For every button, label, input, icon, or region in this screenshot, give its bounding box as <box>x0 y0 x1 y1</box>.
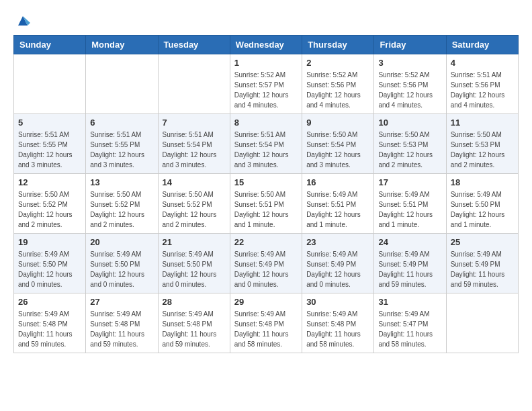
column-header-tuesday: Tuesday <box>158 36 230 54</box>
day-info: Sunrise: 5:49 AMSunset: 5:50 PMDaylight:… <box>90 249 153 289</box>
day-number: 11 <box>451 118 514 128</box>
calendar-header-row: SundayMondayTuesdayWednesdayThursdayFrid… <box>14 36 519 54</box>
column-header-sunday: Sunday <box>14 36 86 54</box>
day-info: Sunrise: 5:51 AMSunset: 5:56 PMDaylight:… <box>451 70 514 110</box>
calendar-cell: 28Sunrise: 5:49 AMSunset: 5:48 PMDayligh… <box>158 293 230 353</box>
day-number: 7 <box>163 118 226 128</box>
calendar-cell: 25Sunrise: 5:49 AMSunset: 5:49 PMDayligh… <box>446 234 518 293</box>
day-number: 9 <box>306 118 369 128</box>
day-info: Sunrise: 5:52 AMSunset: 5:57 PMDaylight:… <box>234 70 298 110</box>
day-info: Sunrise: 5:49 AMSunset: 5:49 PMDaylight:… <box>378 249 441 289</box>
calendar-cell: 22Sunrise: 5:49 AMSunset: 5:49 PMDayligh… <box>230 234 302 293</box>
day-info: Sunrise: 5:51 AMSunset: 5:55 PMDaylight:… <box>90 130 153 170</box>
calendar-cell: 30Sunrise: 5:49 AMSunset: 5:48 PMDayligh… <box>302 293 374 353</box>
day-number: 29 <box>234 297 298 307</box>
calendar-cell: 5Sunrise: 5:51 AMSunset: 5:55 PMDaylight… <box>14 114 86 174</box>
column-header-saturday: Saturday <box>446 36 518 54</box>
day-number: 6 <box>90 118 153 128</box>
column-header-friday: Friday <box>374 36 446 54</box>
calendar-cell: 11Sunrise: 5:50 AMSunset: 5:53 PMDayligh… <box>446 114 518 174</box>
calendar-cell <box>446 293 518 353</box>
day-number: 27 <box>90 297 153 307</box>
day-number: 10 <box>378 118 441 128</box>
day-info: Sunrise: 5:50 AMSunset: 5:51 PMDaylight:… <box>234 189 298 230</box>
day-number: 13 <box>90 177 153 187</box>
calendar-cell: 18Sunrise: 5:49 AMSunset: 5:50 PMDayligh… <box>446 174 518 234</box>
day-number: 8 <box>234 118 298 128</box>
calendar-cell: 1Sunrise: 5:52 AMSunset: 5:57 PMDaylight… <box>230 54 302 114</box>
day-number: 17 <box>378 177 441 187</box>
calendar-cell: 8Sunrise: 5:51 AMSunset: 5:54 PMDaylight… <box>230 114 302 174</box>
calendar-cell: 21Sunrise: 5:49 AMSunset: 5:50 PMDayligh… <box>158 234 230 293</box>
day-number: 21 <box>163 237 226 247</box>
calendar-cell: 26Sunrise: 5:49 AMSunset: 5:48 PMDayligh… <box>14 293 86 353</box>
day-number: 23 <box>306 237 369 247</box>
calendar-cell <box>14 54 86 114</box>
calendar-cell: 7Sunrise: 5:51 AMSunset: 5:54 PMDaylight… <box>158 114 230 174</box>
calendar-cell: 12Sunrise: 5:50 AMSunset: 5:52 PMDayligh… <box>14 174 86 234</box>
column-header-monday: Monday <box>86 36 158 54</box>
calendar: SundayMondayTuesdayWednesdayThursdayFrid… <box>13 35 519 353</box>
day-info: Sunrise: 5:49 AMSunset: 5:47 PMDaylight:… <box>378 309 441 349</box>
day-info: Sunrise: 5:50 AMSunset: 5:53 PMDaylight:… <box>378 130 441 170</box>
day-info: Sunrise: 5:50 AMSunset: 5:52 PMDaylight:… <box>163 189 226 230</box>
day-info: Sunrise: 5:49 AMSunset: 5:49 PMDaylight:… <box>306 249 369 289</box>
calendar-cell: 14Sunrise: 5:50 AMSunset: 5:52 PMDayligh… <box>158 174 230 234</box>
day-info: Sunrise: 5:49 AMSunset: 5:51 PMDaylight:… <box>378 189 441 230</box>
day-info: Sunrise: 5:50 AMSunset: 5:53 PMDaylight:… <box>451 130 514 170</box>
day-number: 31 <box>378 297 441 307</box>
logo-blue-text <box>13 13 30 28</box>
day-number: 24 <box>378 237 441 247</box>
day-info: Sunrise: 5:49 AMSunset: 5:50 PMDaylight:… <box>18 249 81 289</box>
day-number: 26 <box>18 297 81 307</box>
calendar-week-row: 1Sunrise: 5:52 AMSunset: 5:57 PMDaylight… <box>14 54 519 114</box>
calendar-cell: 16Sunrise: 5:49 AMSunset: 5:51 PMDayligh… <box>302 174 374 234</box>
day-info: Sunrise: 5:50 AMSunset: 5:54 PMDaylight:… <box>306 130 369 170</box>
day-number: 15 <box>234 177 298 187</box>
calendar-week-row: 19Sunrise: 5:49 AMSunset: 5:50 PMDayligh… <box>14 234 519 293</box>
day-info: Sunrise: 5:49 AMSunset: 5:49 PMDaylight:… <box>234 249 298 289</box>
calendar-cell: 19Sunrise: 5:49 AMSunset: 5:50 PMDayligh… <box>14 234 86 293</box>
day-number: 18 <box>451 177 514 187</box>
day-info: Sunrise: 5:51 AMSunset: 5:54 PMDaylight:… <box>163 130 226 170</box>
calendar-cell: 13Sunrise: 5:50 AMSunset: 5:52 PMDayligh… <box>86 174 158 234</box>
day-info: Sunrise: 5:51 AMSunset: 5:54 PMDaylight:… <box>234 130 298 170</box>
calendar-cell: 10Sunrise: 5:50 AMSunset: 5:53 PMDayligh… <box>374 114 446 174</box>
day-info: Sunrise: 5:49 AMSunset: 5:50 PMDaylight:… <box>451 189 514 230</box>
day-info: Sunrise: 5:49 AMSunset: 5:48 PMDaylight:… <box>163 309 226 349</box>
day-number: 4 <box>451 58 514 68</box>
day-info: Sunrise: 5:50 AMSunset: 5:52 PMDaylight:… <box>18 189 81 230</box>
day-info: Sunrise: 5:52 AMSunset: 5:56 PMDaylight:… <box>378 70 441 110</box>
day-number: 19 <box>18 237 81 247</box>
day-info: Sunrise: 5:49 AMSunset: 5:48 PMDaylight:… <box>18 309 81 349</box>
day-number: 22 <box>234 237 298 247</box>
calendar-cell: 3Sunrise: 5:52 AMSunset: 5:56 PMDaylight… <box>374 54 446 114</box>
calendar-cell: 27Sunrise: 5:49 AMSunset: 5:48 PMDayligh… <box>86 293 158 353</box>
day-info: Sunrise: 5:49 AMSunset: 5:50 PMDaylight:… <box>163 249 226 289</box>
calendar-cell <box>158 54 230 114</box>
day-number: 28 <box>163 297 226 307</box>
logo-icon <box>15 13 30 28</box>
day-info: Sunrise: 5:49 AMSunset: 5:49 PMDaylight:… <box>451 249 514 289</box>
day-number: 30 <box>306 297 369 307</box>
day-number: 5 <box>18 118 81 128</box>
day-number: 16 <box>306 177 369 187</box>
day-info: Sunrise: 5:51 AMSunset: 5:55 PMDaylight:… <box>18 130 81 170</box>
day-info: Sunrise: 5:49 AMSunset: 5:51 PMDaylight:… <box>306 189 369 230</box>
calendar-cell: 17Sunrise: 5:49 AMSunset: 5:51 PMDayligh… <box>374 174 446 234</box>
day-number: 14 <box>163 177 226 187</box>
header <box>13 13 519 28</box>
day-number: 2 <box>306 58 369 68</box>
calendar-week-row: 5Sunrise: 5:51 AMSunset: 5:55 PMDaylight… <box>14 114 519 174</box>
day-number: 3 <box>378 58 441 68</box>
calendar-week-row: 12Sunrise: 5:50 AMSunset: 5:52 PMDayligh… <box>14 174 519 234</box>
calendar-cell: 15Sunrise: 5:50 AMSunset: 5:51 PMDayligh… <box>230 174 302 234</box>
day-number: 12 <box>18 177 81 187</box>
column-header-wednesday: Wednesday <box>230 36 302 54</box>
calendar-cell: 24Sunrise: 5:49 AMSunset: 5:49 PMDayligh… <box>374 234 446 293</box>
day-info: Sunrise: 5:52 AMSunset: 5:56 PMDaylight:… <box>306 70 369 110</box>
calendar-cell: 23Sunrise: 5:49 AMSunset: 5:49 PMDayligh… <box>302 234 374 293</box>
day-number: 1 <box>234 58 298 68</box>
calendar-week-row: 26Sunrise: 5:49 AMSunset: 5:48 PMDayligh… <box>14 293 519 353</box>
day-number: 25 <box>451 237 514 247</box>
